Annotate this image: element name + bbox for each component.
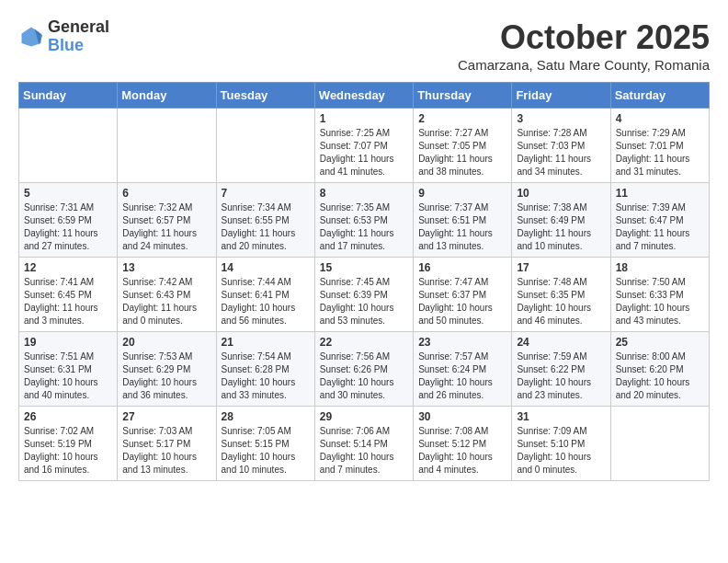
day-info: Sunrise: 7:35 AM Sunset: 6:53 PM Dayligh… xyxy=(320,201,408,253)
day-number: 11 xyxy=(616,187,704,200)
calendar-cell: 16Sunrise: 7:47 AM Sunset: 6:37 PM Dayli… xyxy=(414,258,512,332)
day-number: 21 xyxy=(222,336,310,349)
weekday-header: Saturday xyxy=(610,83,709,109)
calendar-cell: 9Sunrise: 7:37 AM Sunset: 6:51 PM Daylig… xyxy=(414,183,512,258)
day-number: 10 xyxy=(517,187,605,200)
calendar-table: SundayMondayTuesdayWednesdayThursdayFrid… xyxy=(18,82,710,481)
day-number: 2 xyxy=(418,112,506,125)
day-number: 15 xyxy=(320,261,408,274)
logo-text: General Blue xyxy=(48,18,109,55)
day-number: 13 xyxy=(122,261,210,274)
calendar-cell: 19Sunrise: 7:51 AM Sunset: 6:31 PM Dayli… xyxy=(19,332,118,407)
day-number: 20 xyxy=(122,336,210,349)
calendar-cell: 29Sunrise: 7:06 AM Sunset: 5:14 PM Dayli… xyxy=(314,407,413,481)
location-subtitle: Camarzana, Satu Mare County, Romania xyxy=(458,57,710,73)
calendar-cell: 15Sunrise: 7:45 AM Sunset: 6:39 PM Dayli… xyxy=(314,258,413,332)
day-info: Sunrise: 7:50 AM Sunset: 6:33 PM Dayligh… xyxy=(616,276,704,327)
calendar-cell: 6Sunrise: 7:32 AM Sunset: 6:57 PM Daylig… xyxy=(118,183,216,258)
day-info: Sunrise: 7:05 AM Sunset: 5:15 PM Dayligh… xyxy=(222,425,310,477)
calendar-cell: 18Sunrise: 7:50 AM Sunset: 6:33 PM Dayli… xyxy=(610,258,709,332)
month-title: October 2025 xyxy=(458,18,710,57)
day-number: 9 xyxy=(418,187,506,200)
day-number: 8 xyxy=(320,187,408,200)
calendar-cell: 2Sunrise: 7:27 AM Sunset: 7:05 PM Daylig… xyxy=(414,109,512,183)
day-info: Sunrise: 7:47 AM Sunset: 6:37 PM Dayligh… xyxy=(418,276,506,327)
calendar-cell: 14Sunrise: 7:44 AM Sunset: 6:41 PM Dayli… xyxy=(216,258,314,332)
day-number: 27 xyxy=(122,410,210,423)
weekday-header: Tuesday xyxy=(216,83,314,109)
calendar-cell: 4Sunrise: 7:29 AM Sunset: 7:01 PM Daylig… xyxy=(610,109,709,183)
weekday-header: Sunday xyxy=(19,83,118,109)
calendar-cell: 28Sunrise: 7:05 AM Sunset: 5:15 PM Dayli… xyxy=(216,407,314,481)
calendar-cell: 24Sunrise: 7:59 AM Sunset: 6:22 PM Dayli… xyxy=(512,332,610,407)
calendar-cell: 5Sunrise: 7:31 AM Sunset: 6:59 PM Daylig… xyxy=(19,183,118,258)
calendar-cell: 22Sunrise: 7:56 AM Sunset: 6:26 PM Dayli… xyxy=(314,332,413,407)
day-number: 6 xyxy=(122,187,210,200)
day-number: 19 xyxy=(24,336,112,349)
logo-icon xyxy=(18,24,44,50)
day-info: Sunrise: 7:54 AM Sunset: 6:28 PM Dayligh… xyxy=(222,350,310,402)
logo: General Blue xyxy=(18,18,109,55)
day-number: 25 xyxy=(616,336,704,349)
day-number: 14 xyxy=(222,261,310,274)
calendar-week-row: 5Sunrise: 7:31 AM Sunset: 6:59 PM Daylig… xyxy=(19,183,710,258)
weekday-header: Thursday xyxy=(414,83,512,109)
day-info: Sunrise: 7:31 AM Sunset: 6:59 PM Dayligh… xyxy=(24,201,112,253)
day-number: 26 xyxy=(24,410,112,423)
day-info: Sunrise: 7:38 AM Sunset: 6:49 PM Dayligh… xyxy=(517,201,605,253)
day-number: 3 xyxy=(517,112,605,125)
day-info: Sunrise: 7:29 AM Sunset: 7:01 PM Dayligh… xyxy=(616,127,704,178)
weekday-header: Friday xyxy=(512,83,610,109)
title-block: October 2025 Camarzana, Satu Mare County… xyxy=(458,18,710,73)
day-info: Sunrise: 7:45 AM Sunset: 6:39 PM Dayligh… xyxy=(320,276,408,327)
calendar-cell xyxy=(216,109,314,183)
calendar-cell xyxy=(610,407,709,481)
day-info: Sunrise: 7:56 AM Sunset: 6:26 PM Dayligh… xyxy=(320,350,408,402)
day-info: Sunrise: 7:32 AM Sunset: 6:57 PM Dayligh… xyxy=(122,201,210,253)
day-info: Sunrise: 7:06 AM Sunset: 5:14 PM Dayligh… xyxy=(320,425,408,477)
day-info: Sunrise: 8:00 AM Sunset: 6:20 PM Dayligh… xyxy=(616,350,704,402)
day-info: Sunrise: 7:25 AM Sunset: 7:07 PM Dayligh… xyxy=(320,127,408,178)
day-info: Sunrise: 7:37 AM Sunset: 6:51 PM Dayligh… xyxy=(418,201,506,253)
logo-blue: Blue xyxy=(48,36,84,54)
calendar-week-row: 1Sunrise: 7:25 AM Sunset: 7:07 PM Daylig… xyxy=(19,109,710,183)
calendar-cell: 30Sunrise: 7:08 AM Sunset: 5:12 PM Dayli… xyxy=(414,407,512,481)
day-number: 7 xyxy=(222,187,310,200)
calendar-cell: 20Sunrise: 7:53 AM Sunset: 6:29 PM Dayli… xyxy=(118,332,216,407)
calendar-cell: 17Sunrise: 7:48 AM Sunset: 6:35 PM Dayli… xyxy=(512,258,610,332)
day-info: Sunrise: 7:42 AM Sunset: 6:43 PM Dayligh… xyxy=(122,276,210,327)
calendar-cell: 27Sunrise: 7:03 AM Sunset: 5:17 PM Dayli… xyxy=(118,407,216,481)
calendar-cell: 25Sunrise: 8:00 AM Sunset: 6:20 PM Dayli… xyxy=(610,332,709,407)
page-header: General Blue October 2025 Camarzana, Sat… xyxy=(18,18,710,73)
day-number: 16 xyxy=(418,261,506,274)
day-number: 23 xyxy=(418,336,506,349)
day-info: Sunrise: 7:48 AM Sunset: 6:35 PM Dayligh… xyxy=(517,276,605,327)
day-info: Sunrise: 7:53 AM Sunset: 6:29 PM Dayligh… xyxy=(122,350,210,402)
day-number: 29 xyxy=(320,410,408,423)
calendar-cell: 31Sunrise: 7:09 AM Sunset: 5:10 PM Dayli… xyxy=(512,407,610,481)
calendar-cell: 23Sunrise: 7:57 AM Sunset: 6:24 PM Dayli… xyxy=(414,332,512,407)
day-number: 28 xyxy=(222,410,310,423)
day-info: Sunrise: 7:51 AM Sunset: 6:31 PM Dayligh… xyxy=(24,350,112,402)
day-number: 12 xyxy=(24,261,112,274)
logo-general: General xyxy=(48,17,109,36)
day-number: 4 xyxy=(616,112,704,125)
day-number: 22 xyxy=(320,336,408,349)
calendar-cell: 11Sunrise: 7:39 AM Sunset: 6:47 PM Dayli… xyxy=(610,183,709,258)
calendar-cell: 1Sunrise: 7:25 AM Sunset: 7:07 PM Daylig… xyxy=(314,109,413,183)
calendar-week-row: 19Sunrise: 7:51 AM Sunset: 6:31 PM Dayli… xyxy=(19,332,710,407)
weekday-header: Wednesday xyxy=(314,83,413,109)
calendar-cell: 7Sunrise: 7:34 AM Sunset: 6:55 PM Daylig… xyxy=(216,183,314,258)
calendar-cell xyxy=(19,109,118,183)
day-info: Sunrise: 7:34 AM Sunset: 6:55 PM Dayligh… xyxy=(222,201,310,253)
day-info: Sunrise: 7:09 AM Sunset: 5:10 PM Dayligh… xyxy=(517,425,605,477)
day-info: Sunrise: 7:28 AM Sunset: 7:03 PM Dayligh… xyxy=(517,127,605,178)
calendar-cell xyxy=(118,109,216,183)
day-number: 5 xyxy=(24,187,112,200)
weekday-header-row: SundayMondayTuesdayWednesdayThursdayFrid… xyxy=(19,83,710,109)
calendar-cell: 10Sunrise: 7:38 AM Sunset: 6:49 PM Dayli… xyxy=(512,183,610,258)
calendar-cell: 21Sunrise: 7:54 AM Sunset: 6:28 PM Dayli… xyxy=(216,332,314,407)
calendar-week-row: 26Sunrise: 7:02 AM Sunset: 5:19 PM Dayli… xyxy=(19,407,710,481)
day-info: Sunrise: 7:02 AM Sunset: 5:19 PM Dayligh… xyxy=(24,425,112,477)
calendar-cell: 12Sunrise: 7:41 AM Sunset: 6:45 PM Dayli… xyxy=(19,258,118,332)
